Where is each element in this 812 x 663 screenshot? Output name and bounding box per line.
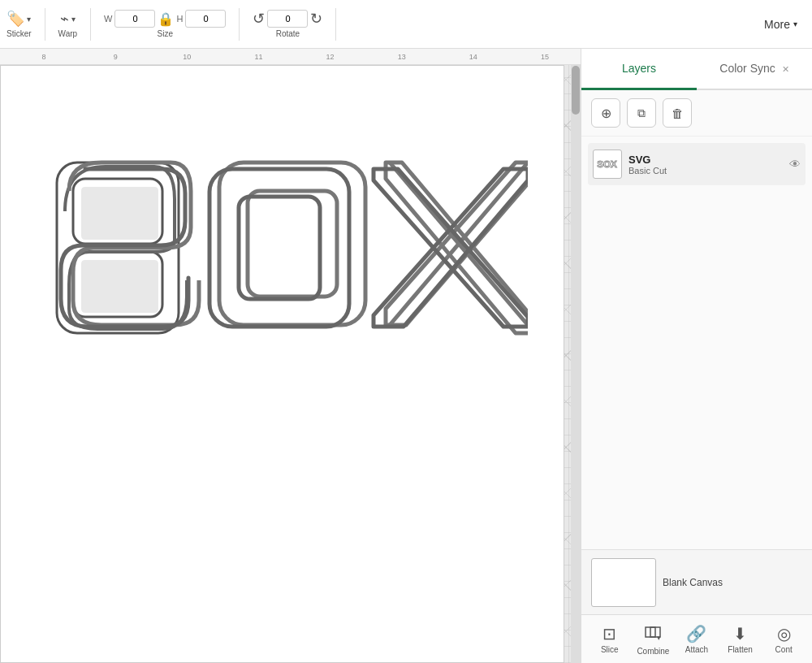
- scrollbar-thumb[interactable]: [572, 66, 580, 115]
- slice-button[interactable]: ⊡ Slice: [590, 624, 630, 654]
- duplicate-layer-button[interactable]: ⧉: [627, 98, 656, 128]
- sep3: [239, 8, 240, 41]
- svg-rect-8: [239, 197, 320, 299]
- ruler-mark: 13: [366, 53, 438, 61]
- right-panel: Layers Color Sync ✕ ⊕ ⧉ 🗑: [581, 49, 812, 663]
- blank-canvas-label: Blank Canvas: [663, 577, 723, 588]
- layer-thumbnail: SOX: [593, 150, 622, 179]
- ruler-mark: 10: [151, 53, 222, 61]
- combine-svg-icon: ▾: [644, 623, 662, 641]
- size-h-input[interactable]: [185, 10, 226, 28]
- add-canvas-icon: ⊕: [601, 106, 611, 121]
- svg-rect-4: [248, 191, 337, 297]
- combine-button[interactable]: ▾ Combine: [633, 623, 673, 656]
- canvas-area: 8 9 10 11 12 13 14 15: [0, 49, 581, 663]
- delete-layer-button[interactable]: 🗑: [663, 98, 692, 128]
- attach-button[interactable]: 🔗 Attach: [676, 624, 717, 654]
- layer-type: Basic Cut: [628, 166, 667, 176]
- svg-artwork[interactable]: [41, 146, 528, 349]
- ruler-horizontal: 8 9 10 11 12 13 14 15: [0, 49, 581, 65]
- sep4: [335, 8, 336, 41]
- duplicate-icon: ⧉: [637, 106, 646, 120]
- layers-list: SOX SVG Basic Cut 👁: [581, 136, 812, 549]
- panel-tabs: Layers Color Sync ✕: [581, 49, 812, 90]
- ruler-mark: 12: [295, 53, 366, 61]
- size-tool: W 🔒 H Size: [104, 10, 226, 38]
- tab-color-sync[interactable]: Color Sync ✕: [697, 49, 812, 90]
- ruler-marks: 8 9 10 11 12 13 14 15: [6, 53, 581, 61]
- grid-canvas[interactable]: [0, 65, 581, 663]
- layer-item[interactable]: SOX SVG Basic Cut 👁: [588, 143, 806, 185]
- size-w-input[interactable]: [114, 10, 155, 28]
- canvas-footer: Blank Canvas: [581, 549, 812, 614]
- sep1: [45, 8, 45, 41]
- ruler-mark: 15: [509, 53, 581, 61]
- main-area: 8 9 10 11 12 13 14 15: [0, 49, 812, 663]
- combine-label: Combine: [637, 647, 669, 656]
- ruler-mark: 14: [438, 53, 509, 61]
- layer-name: SVG: [628, 154, 667, 166]
- add-to-canvas-button[interactable]: ⊕: [591, 98, 620, 128]
- attach-label: Attach: [685, 645, 708, 654]
- ruler-mark: 9: [80, 53, 151, 61]
- more-button[interactable]: More ▾: [756, 13, 806, 36]
- cont-label: Cont: [775, 645, 793, 654]
- cont-icon: ◎: [777, 624, 791, 644]
- toolbar: 🏷️ ▾ Sticker ⌁ ▾ Warp W 🔒 H Size ↺ ↻ Rot…: [0, 0, 812, 49]
- rotate-input[interactable]: [267, 10, 308, 28]
- warp-tool[interactable]: ⌁ ▾ Warp: [58, 10, 78, 38]
- layer-visibility-icon[interactable]: 👁: [789, 158, 801, 171]
- combine-icon: ▾: [644, 623, 662, 645]
- attach-icon: 🔗: [686, 624, 706, 644]
- cont-button[interactable]: ◎ Cont: [763, 624, 804, 654]
- ruler-mark: 8: [8, 53, 80, 61]
- more-arrow-icon: ▾: [793, 20, 797, 28]
- rotate-tool: ↺ ↻ Rotate: [253, 10, 322, 38]
- svg-text:SOX: SOX: [597, 158, 617, 169]
- color-sync-close-icon[interactable]: ✕: [782, 64, 789, 74]
- sticker-tool[interactable]: 🏷️ ▾ Sticker: [6, 10, 32, 38]
- slice-label: Slice: [601, 645, 619, 654]
- svg-text:▾: ▾: [657, 634, 661, 641]
- layer-info: SVG Basic Cut: [628, 154, 667, 176]
- flatten-label: Flatten: [728, 645, 753, 654]
- panel-toolbar: ⊕ ⧉ 🗑: [581, 90, 812, 136]
- slice-icon: ⊡: [603, 624, 616, 644]
- flatten-icon: ⬇: [733, 624, 747, 644]
- sox-svg: [41, 146, 528, 349]
- flatten-button[interactable]: ⬇ Flatten: [720, 624, 761, 654]
- ruler-mark: 11: [222, 53, 294, 61]
- layer-thumb-svg: SOX: [596, 157, 619, 171]
- tab-layers[interactable]: Layers: [581, 49, 697, 90]
- blank-canvas-thumbnail[interactable]: [591, 558, 656, 607]
- sep2: [90, 8, 91, 41]
- vertical-scrollbar[interactable]: [571, 65, 581, 663]
- delete-icon: 🗑: [672, 106, 684, 120]
- panel-bottom-actions: ⊡ Slice ▾ Combine 🔗 Attach ⬇ Fl: [581, 614, 812, 663]
